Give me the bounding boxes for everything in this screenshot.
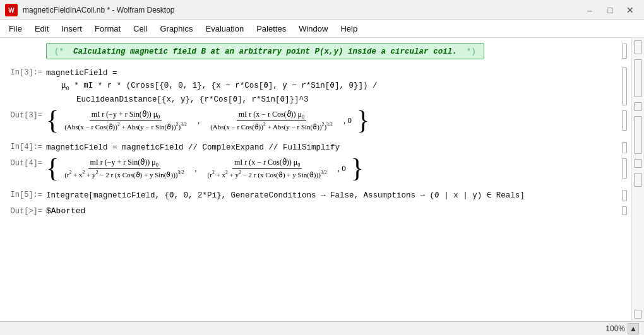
open-brace-out3: { — [46, 110, 59, 131]
in4-content[interactable]: magneticField = magneticField // Complex… — [46, 141, 621, 154]
out4-content: { mI r (−y + r Sin(ϑ)) μ0 (r2 + x2 + y2 … — [46, 158, 621, 179]
minimize-button[interactable]: – — [581, 3, 599, 18]
comma1-out4: , — [194, 163, 196, 173]
comma2-out4: , 0 — [338, 163, 346, 173]
close-brace-out3: } — [357, 110, 369, 131]
out4-bracket[interactable] — [621, 158, 631, 179]
in3-line2: μ0 * mI * r * (Cross[{0, 0, 1}, {x − r*C… — [61, 79, 621, 93]
in4-bracket[interactable] — [621, 141, 631, 154]
comma2-out3: , 0 — [343, 115, 352, 126]
right-bracket-1[interactable] — [634, 40, 642, 54]
comment-text: Calculating magnetic field B at an arbit… — [69, 47, 467, 56]
close-brace-out4: } — [351, 158, 364, 179]
menu-file[interactable]: File — [3, 22, 28, 35]
out4-label: Out[4]= — [5, 159, 46, 168]
open-brace-out4: { — [46, 158, 59, 179]
close-button[interactable]: ✕ — [621, 3, 639, 18]
menu-insert[interactable]: Insert — [55, 22, 88, 35]
right-bracket-4[interactable] — [634, 116, 642, 154]
main-content: (* Calculating magnetic field B at an ar… — [0, 38, 644, 321]
in4-label: In[4]:= — [5, 143, 46, 151]
menu-cell[interactable]: Cell — [127, 22, 153, 35]
in4-line1: magneticField = magneticField // Complex… — [46, 141, 621, 154]
in3-label: In[3]:= — [5, 68, 46, 77]
in5-content[interactable]: Integrate[magneticField, {ϑ, 0, 2*Pi}, G… — [46, 189, 621, 202]
out3-label: Out[3]= — [5, 111, 46, 120]
menu-window[interactable]: Window — [292, 22, 334, 35]
zoom-up-button[interactable]: ▲ — [628, 323, 639, 334]
in3-line1: magneticField = — [46, 67, 621, 79]
comment-cell-row: (* Calculating magnetic field B at an ar… — [0, 38, 631, 61]
right-panel — [631, 38, 644, 321]
in3-line3: EuclideanDistance[{x, y}, {r*Cos[ϑ], r*S… — [76, 93, 621, 106]
notebook-area[interactable]: (* Calculating magnetic field B at an ar… — [0, 38, 631, 321]
out5-cell-row: Out[>]= $Aborted — [0, 204, 631, 218]
right-bracket-bottom[interactable] — [634, 310, 642, 319]
out4-cell-row: Out[4]= { mI r (−y + r Sin(ϑ)) μ0 (r2 + … — [0, 156, 631, 181]
in5-line1: Integrate[magneticField, {ϑ, 0, 2*Pi}, G… — [46, 189, 621, 202]
in3-cell-row: In[3]:= magneticField = μ0 * mI * r * (C… — [0, 65, 631, 108]
in4-cell-row: In[4]:= magneticField = magneticField //… — [0, 139, 631, 156]
in3-content[interactable]: magneticField = μ0 * mI * r * (Cross[{0,… — [46, 67, 621, 106]
comment-bracket[interactable] — [621, 43, 631, 59]
in5-bracket[interactable] — [621, 189, 631, 202]
right-bracket-3[interactable] — [634, 102, 642, 111]
out5-label: Out[>]= — [5, 207, 46, 216]
right-bracket-2[interactable] — [634, 59, 642, 97]
in5-cell-row: In[5]:= Integrate[magneticField, {ϑ, 0, … — [0, 187, 631, 204]
aborted-value: $Aborted — [46, 206, 85, 216]
status-bar: 100% ▲ — [0, 321, 644, 335]
zoom-level: 100% — [605, 324, 625, 333]
out3-cell-row: Out[3]= { mI r (−y + r Sin(ϑ)) μ0 (Abs(x… — [0, 108, 631, 133]
comma1-out3: , — [198, 115, 200, 126]
right-bracket-6[interactable] — [634, 173, 642, 187]
out3-content: { mI r (−y + r Sin(ϑ)) μ0 (Abs(x − r Cos… — [46, 110, 621, 131]
out5-content: $Aborted — [46, 206, 621, 216]
menu-palettes[interactable]: Palettes — [250, 22, 292, 35]
menu-help[interactable]: Help — [334, 22, 364, 35]
title-bar: W magneticFieldInACoil.nb * - Wolfram De… — [0, 0, 644, 20]
menu-format[interactable]: Format — [88, 22, 127, 35]
window-title: magneticFieldInACoil.nb * - Wolfram Desk… — [23, 6, 581, 15]
menu-edit[interactable]: Edit — [28, 22, 55, 35]
menu-evaluation[interactable]: Evaluation — [199, 22, 250, 35]
right-bracket-5[interactable] — [634, 159, 642, 168]
out3-bracket[interactable] — [621, 110, 631, 131]
out5-bracket[interactable] — [621, 206, 631, 216]
maximize-button[interactable]: □ — [601, 3, 619, 18]
menu-graphics[interactable]: Graphics — [153, 22, 199, 35]
in5-label: In[5]:= — [5, 191, 46, 199]
svg-text:W: W — [8, 7, 15, 14]
comment-content[interactable]: (* Calculating magnetic field B at an ar… — [46, 43, 621, 59]
app-icon: W — [5, 4, 18, 16]
window-controls: – □ ✕ — [581, 3, 639, 18]
in3-bracket[interactable] — [621, 67, 631, 106]
menu-bar: File Edit Insert Format Cell Graphics Ev… — [0, 20, 644, 38]
